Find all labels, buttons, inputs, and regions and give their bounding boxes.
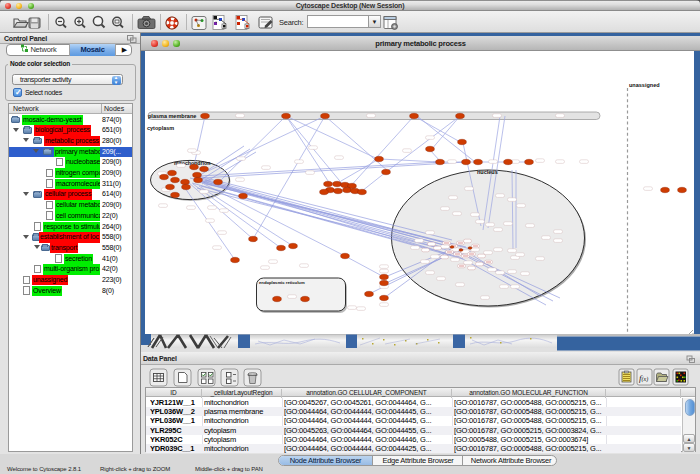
svg-text:nucleus: nucleus (477, 169, 498, 175)
svg-text:endoplasmic reticulum: endoplasmic reticulum (259, 280, 305, 285)
svg-text:plasma membrane: plasma membrane (148, 113, 196, 119)
svg-text:cytoplasm: cytoplasm (147, 125, 174, 131)
svg-text:unassigned: unassigned (629, 82, 660, 88)
